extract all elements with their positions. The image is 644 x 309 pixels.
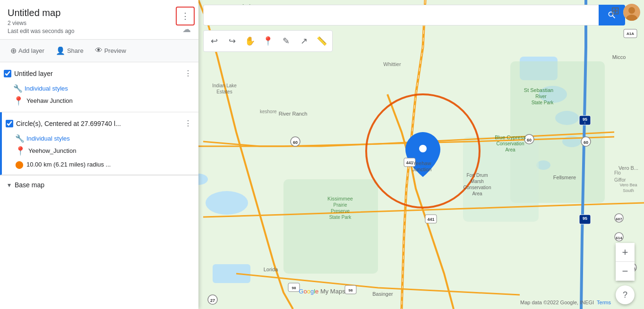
individual-styles-link-1[interactable]: 🔧 Individual styles [13,83,195,94]
preview-button[interactable]: 👁 Preview [90,43,131,58]
individual-styles-label-2: Individual styles [26,135,70,142]
svg-rect-8 [213,264,250,283]
avatar-image [623,4,640,21]
marker-button[interactable]: 📍 [259,33,276,50]
svg-text:Area: Area [472,191,482,196]
svg-text:South: South [623,188,634,193]
map-toolbar: ↩ ↪ ✋ 📍 ✎ ↗ 📏 [203,30,333,52]
layer-untitled-menu-button[interactable]: ⋮ [181,67,195,80]
individual-styles-label-1: Individual styles [25,85,68,92]
svg-text:Vero B...: Vero B... [618,165,638,171]
base-map-label: Base map [15,181,44,189]
menu-dots-icon: ⋮ [181,11,190,21]
svg-text:60: 60 [293,140,298,145]
svg-text:State Park: State Park [532,100,554,105]
cloud-save-icon: ☁ [182,24,191,34]
svg-text:I: I [584,121,585,125]
user-avatar[interactable] [623,4,640,21]
hand-tool-button[interactable]: ✋ [241,33,258,50]
layer-circles-checkbox[interactable] [6,120,13,127]
svg-text:A1A: A1A [627,32,634,36]
svg-text:95: 95 [583,216,587,221]
radius-item: ⬤ 10.00 km (6.21 miles) radius ... [15,158,195,171]
svg-text:Junction: Junction [412,167,432,172]
layer-circles-menu-button[interactable]: ⋮ [181,117,195,130]
radius-text: 10.00 km (6.21 miles) radius ... [26,161,111,168]
search-bar [203,5,625,25]
layer-untitled-content: 🔧 Individual styles 📍 Yeehaw Junction [0,83,198,112]
sidebar-header: Untitled map 2 views Last edit was secon… [0,0,198,40]
svg-text:Fort Drum: Fort Drum [467,173,488,178]
help-button[interactable]: ? [616,285,635,304]
svg-point-15 [419,145,427,152]
zoom-controls: + − [616,243,635,281]
share-label: Share [67,47,84,54]
redo-button[interactable]: ↪ [223,33,240,50]
svg-text:607: 607 [616,217,622,221]
layer-circles-title: Circle(s), Centered at 27.699740 l... [16,120,179,127]
directions-button[interactable]: ↗ [295,33,312,50]
svg-point-87 [628,7,635,14]
grid-icon[interactable]: ⊞ [611,5,619,17]
layer-untitled-checkbox[interactable] [4,70,11,77]
svg-text:98: 98 [349,288,353,292]
search-input[interactable] [203,5,599,25]
svg-text:Conservation: Conservation [497,141,524,146]
add-layer-button[interactable]: ⊕ Add layer [6,43,49,58]
individual-styles-link-2[interactable]: 🔧 Individual styles [15,133,195,144]
svg-text:Micco: Micco [612,54,626,60]
share-button[interactable]: 👤 Share [51,43,88,58]
path-button[interactable]: ✎ [277,33,294,50]
svg-text:keshore: keshore [260,109,277,114]
radius-icon: ⬤ [15,160,24,169]
map-meta: 2 views Last edit was seconds ago [8,19,191,35]
svg-text:River Ranch: River Ranch [279,111,308,117]
measure-button[interactable]: 📏 [313,33,330,50]
add-layer-icon: ⊕ [10,46,17,55]
zoom-in-button[interactable]: + [616,243,635,262]
style-icon-1: 🔧 [13,84,23,93]
svg-text:Preserve: Preserve [331,209,350,214]
style-icon-2: 🔧 [15,134,25,143]
svg-point-1 [206,191,248,215]
base-map-item[interactable]: ▾ Base map [0,175,198,194]
yeehow-junction-item: 📍 Yeehow_Junction [15,144,195,158]
preview-icon: 👁 [95,46,103,55]
svg-text:Blue Cypress: Blue Cypress [495,134,526,140]
yeehaw-junction-item: 📍 Yeehaw Junction [13,94,195,108]
layer-circles: Circle(s), Centered at 27.699740 l... ⋮ … [0,112,198,175]
svg-text:St Sebastian: St Sebastian [524,87,553,93]
layers-container: Untitled layer ⋮ 🔧 Individual styles 📍 Y… [0,62,198,309]
svg-text:River: River [535,94,547,99]
location-pin-blue-2: 📍 [15,146,26,156]
map-attribution: Map data ©2022 Google, INEGI Terms [520,300,611,305]
map-last-edit: Last edit was seconds ago [8,27,191,35]
chevron-down-icon: ▾ [8,181,11,189]
layer-circles-content: 🔧 Individual styles 📍 Yeehow_Junction ⬤ … [2,133,198,175]
header-menu-button[interactable]: ⋮ [176,7,195,25]
add-layer-label: Add layer [18,47,44,54]
svg-text:Area: Area [505,147,515,152]
map-views: 2 views [8,19,191,27]
svg-text:Giffor: Giffor [614,177,626,183]
svg-text:Flo: Flo [614,170,621,175]
svg-text:Marsh: Marsh [471,179,484,184]
svg-text:Lorida: Lorida [264,267,278,272]
svg-text:441: 441 [427,217,434,222]
yeehaw-junction-name: Yeehaw Junction [26,97,73,104]
sidebar: Untitled map 2 views Last edit was secon… [0,0,198,309]
zoom-out-button[interactable]: − [616,262,635,281]
layer-circles-header: Circle(s), Centered at 27.699740 l... ⋮ [2,112,198,133]
terms-link[interactable]: Terms [597,300,611,305]
undo-button[interactable]: ↩ [206,33,223,50]
svg-text:Fellsmere: Fellsmere [553,175,576,180]
svg-text:Prairie: Prairie [334,202,347,208]
svg-text:Yeehaw: Yeehaw [413,160,431,166]
attribution-text: Map data ©2022 Google, INEGI [520,300,594,305]
layer-untitled-title: Untitled layer [14,70,179,77]
layer-untitled-header: Untitled layer ⋮ [0,62,198,83]
svg-text:Conservation: Conservation [464,185,491,190]
svg-text:98: 98 [292,286,296,290]
svg-text:Estates: Estates [216,89,232,94]
map-title: Untitled map [8,8,191,18]
